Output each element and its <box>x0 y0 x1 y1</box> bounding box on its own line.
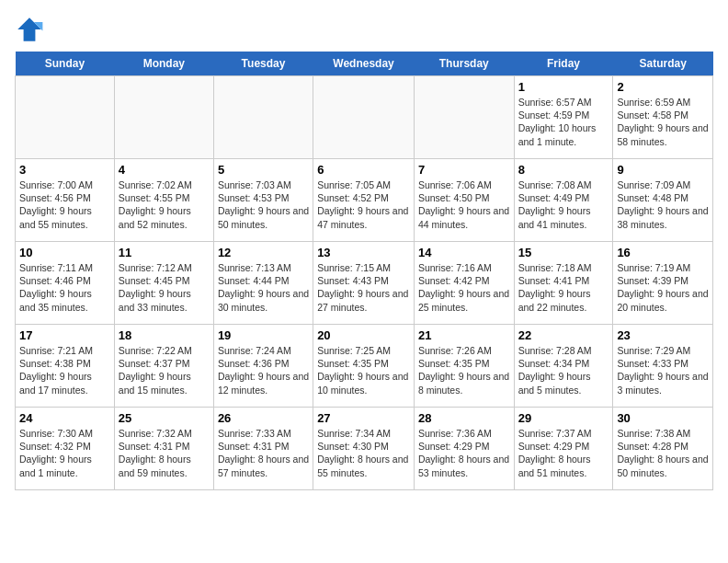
calendar-cell: 6Sunrise: 7:05 AM Sunset: 4:52 PM Daylig… <box>313 159 415 242</box>
calendar-cell: 19Sunrise: 7:24 AM Sunset: 4:36 PM Dayli… <box>213 325 313 408</box>
calendar-cell: 15Sunrise: 7:18 AM Sunset: 4:41 PM Dayli… <box>514 242 613 325</box>
day-number: 8 <box>518 163 609 177</box>
day-number: 16 <box>617 246 709 259</box>
calendar-cell <box>114 76 213 159</box>
cell-daylight-info: Sunrise: 7:11 AM Sunset: 4:46 PM Dayligh… <box>19 261 110 314</box>
cell-daylight-info: Sunrise: 7:06 AM Sunset: 4:50 PM Dayligh… <box>418 178 510 231</box>
calendar-cell <box>213 76 313 159</box>
calendar-cell: 5Sunrise: 7:03 AM Sunset: 4:53 PM Daylig… <box>213 159 313 242</box>
cell-daylight-info: Sunrise: 7:15 AM Sunset: 4:43 PM Dayligh… <box>317 261 410 314</box>
week-row-1: 1Sunrise: 6:57 AM Sunset: 4:59 PM Daylig… <box>16 76 713 159</box>
day-number: 11 <box>119 246 210 259</box>
calendar-cell: 28Sunrise: 7:36 AM Sunset: 4:29 PM Dayli… <box>414 408 514 490</box>
logo <box>15 15 48 44</box>
header-row: SundayMondayTuesdayWednesdayThursdayFrid… <box>16 52 713 76</box>
cell-daylight-info: Sunrise: 7:22 AM Sunset: 4:37 PM Dayligh… <box>119 344 210 396</box>
calendar-cell: 1Sunrise: 6:57 AM Sunset: 4:59 PM Daylig… <box>514 76 613 159</box>
week-row-2: 3Sunrise: 7:00 AM Sunset: 4:56 PM Daylig… <box>16 159 713 242</box>
day-number: 28 <box>418 411 510 425</box>
cell-daylight-info: Sunrise: 7:05 AM Sunset: 4:52 PM Dayligh… <box>317 178 410 231</box>
day-number: 6 <box>317 163 410 177</box>
calendar-cell: 26Sunrise: 7:33 AM Sunset: 4:31 PM Dayli… <box>213 408 313 490</box>
week-row-3: 10Sunrise: 7:11 AM Sunset: 4:46 PM Dayli… <box>16 242 713 325</box>
calendar-cell: 30Sunrise: 7:38 AM Sunset: 4:28 PM Dayli… <box>613 408 713 490</box>
day-number: 13 <box>317 246 410 259</box>
day-number: 9 <box>617 163 709 177</box>
cell-daylight-info: Sunrise: 7:34 AM Sunset: 4:30 PM Dayligh… <box>317 427 410 479</box>
calendar-cell <box>313 76 415 159</box>
calendar-cell: 18Sunrise: 7:22 AM Sunset: 4:37 PM Dayli… <box>114 325 213 408</box>
day-number: 22 <box>518 328 609 342</box>
day-number: 20 <box>317 328 410 342</box>
day-header-friday: Friday <box>514 52 613 76</box>
day-number: 21 <box>418 328 510 342</box>
day-number: 19 <box>218 328 309 342</box>
day-number: 14 <box>418 246 510 259</box>
calendar-cell: 27Sunrise: 7:34 AM Sunset: 4:30 PM Dayli… <box>313 408 415 490</box>
day-number: 23 <box>617 328 709 342</box>
day-number: 29 <box>518 411 609 425</box>
cell-daylight-info: Sunrise: 7:29 AM Sunset: 4:33 PM Dayligh… <box>617 344 709 396</box>
calendar-cell: 17Sunrise: 7:21 AM Sunset: 4:38 PM Dayli… <box>16 325 115 408</box>
calendar-cell: 16Sunrise: 7:19 AM Sunset: 4:39 PM Dayli… <box>613 242 713 325</box>
day-number: 25 <box>119 411 210 425</box>
calendar-cell <box>16 76 115 159</box>
calendar-cell: 25Sunrise: 7:32 AM Sunset: 4:31 PM Dayli… <box>114 408 213 490</box>
logo-icon <box>15 15 44 44</box>
svg-marker-0 <box>17 17 41 41</box>
calendar-cell: 24Sunrise: 7:30 AM Sunset: 4:32 PM Dayli… <box>16 408 115 490</box>
day-number: 30 <box>617 411 709 425</box>
day-header-sunday: Sunday <box>16 52 115 76</box>
day-number: 27 <box>317 411 410 425</box>
calendar-cell: 14Sunrise: 7:16 AM Sunset: 4:42 PM Dayli… <box>414 242 514 325</box>
day-number: 2 <box>617 80 709 94</box>
cell-daylight-info: Sunrise: 7:02 AM Sunset: 4:55 PM Dayligh… <box>119 178 210 231</box>
day-number: 7 <box>418 163 510 177</box>
day-header-saturday: Saturday <box>613 52 713 76</box>
day-number: 18 <box>119 328 210 342</box>
cell-daylight-info: Sunrise: 7:00 AM Sunset: 4:56 PM Dayligh… <box>19 178 110 231</box>
cell-daylight-info: Sunrise: 7:13 AM Sunset: 4:44 PM Dayligh… <box>218 261 309 314</box>
calendar-cell: 10Sunrise: 7:11 AM Sunset: 4:46 PM Dayli… <box>16 242 115 325</box>
cell-daylight-info: Sunrise: 7:08 AM Sunset: 4:49 PM Dayligh… <box>518 178 609 231</box>
cell-daylight-info: Sunrise: 7:21 AM Sunset: 4:38 PM Dayligh… <box>19 344 110 396</box>
week-row-4: 17Sunrise: 7:21 AM Sunset: 4:38 PM Dayli… <box>16 325 713 408</box>
day-number: 26 <box>218 411 309 425</box>
cell-daylight-info: Sunrise: 7:38 AM Sunset: 4:28 PM Dayligh… <box>617 427 709 479</box>
calendar-cell: 11Sunrise: 7:12 AM Sunset: 4:45 PM Dayli… <box>114 242 213 325</box>
day-header-wednesday: Wednesday <box>313 52 415 76</box>
calendar-cell <box>414 76 514 159</box>
cell-daylight-info: Sunrise: 7:37 AM Sunset: 4:29 PM Dayligh… <box>518 427 609 479</box>
calendar-cell: 2Sunrise: 6:59 AM Sunset: 4:58 PM Daylig… <box>613 76 713 159</box>
calendar-cell: 8Sunrise: 7:08 AM Sunset: 4:49 PM Daylig… <box>514 159 613 242</box>
day-number: 10 <box>19 246 110 259</box>
calendar-cell: 12Sunrise: 7:13 AM Sunset: 4:44 PM Dayli… <box>213 242 313 325</box>
cell-daylight-info: Sunrise: 7:28 AM Sunset: 4:34 PM Dayligh… <box>518 344 609 396</box>
day-number: 12 <box>218 246 309 259</box>
day-header-tuesday: Tuesday <box>213 52 313 76</box>
cell-daylight-info: Sunrise: 7:33 AM Sunset: 4:31 PM Dayligh… <box>218 427 309 479</box>
cell-daylight-info: Sunrise: 7:12 AM Sunset: 4:45 PM Dayligh… <box>119 261 210 314</box>
cell-daylight-info: Sunrise: 7:25 AM Sunset: 4:35 PM Dayligh… <box>317 344 410 396</box>
calendar-cell: 21Sunrise: 7:26 AM Sunset: 4:35 PM Dayli… <box>414 325 514 408</box>
calendar-table: SundayMondayTuesdayWednesdayThursdayFrid… <box>15 52 713 490</box>
cell-daylight-info: Sunrise: 7:26 AM Sunset: 4:35 PM Dayligh… <box>418 344 510 396</box>
cell-daylight-info: Sunrise: 7:03 AM Sunset: 4:53 PM Dayligh… <box>218 178 309 231</box>
day-number: 1 <box>518 80 609 94</box>
cell-daylight-info: Sunrise: 6:59 AM Sunset: 4:58 PM Dayligh… <box>617 96 709 148</box>
day-number: 3 <box>19 163 110 177</box>
cell-daylight-info: Sunrise: 7:16 AM Sunset: 4:42 PM Dayligh… <box>418 261 510 314</box>
cell-daylight-info: Sunrise: 7:09 AM Sunset: 4:48 PM Dayligh… <box>617 178 709 231</box>
calendar-cell: 23Sunrise: 7:29 AM Sunset: 4:33 PM Dayli… <box>613 325 713 408</box>
calendar-cell: 20Sunrise: 7:25 AM Sunset: 4:35 PM Dayli… <box>313 325 415 408</box>
calendar-cell: 7Sunrise: 7:06 AM Sunset: 4:50 PM Daylig… <box>414 159 514 242</box>
cell-daylight-info: Sunrise: 7:24 AM Sunset: 4:36 PM Dayligh… <box>218 344 309 396</box>
day-number: 5 <box>218 163 309 177</box>
calendar-cell: 3Sunrise: 7:00 AM Sunset: 4:56 PM Daylig… <box>16 159 115 242</box>
cell-daylight-info: Sunrise: 7:18 AM Sunset: 4:41 PM Dayligh… <box>518 261 609 314</box>
page-header <box>15 15 713 44</box>
day-number: 15 <box>518 246 609 259</box>
calendar-cell: 13Sunrise: 7:15 AM Sunset: 4:43 PM Dayli… <box>313 242 415 325</box>
cell-daylight-info: Sunrise: 7:30 AM Sunset: 4:32 PM Dayligh… <box>19 427 110 479</box>
calendar-cell: 22Sunrise: 7:28 AM Sunset: 4:34 PM Dayli… <box>514 325 613 408</box>
